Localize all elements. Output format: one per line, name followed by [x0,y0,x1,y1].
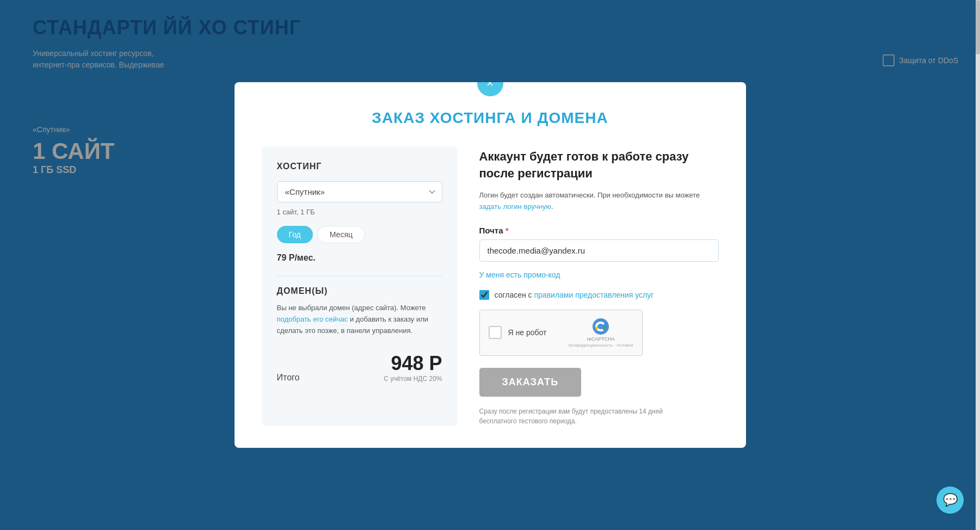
email-field-label: Почта * [479,226,719,235]
promo-code-link[interactable]: У меня есть промо-код [479,270,719,279]
terms-link[interactable]: правилами предоставления услуг [534,291,654,299]
period-year-button[interactable]: Год [277,226,313,243]
divider [277,276,442,276]
domain-text-before: Вы не выбрали домен (адрес сайта). Может… [277,304,426,312]
recaptcha-links: Конфиденциальность · Условия [569,343,633,348]
scrollbar-thumb[interactable] [976,0,980,54]
agree-checkbox-row: согласен с правилами предоставления услу… [479,290,719,300]
required-star: * [506,226,509,235]
modal-left-panel: ХОСТИНГ «Спутник» 1 сайт, 1 ГБ Год Месяц… [262,146,458,426]
domain-text: Вы не выбрали домен (адрес сайта). Может… [277,303,442,336]
hosting-section-title: ХОСТИНГ [277,162,442,171]
total-vat: С учётом НДС 20% [384,375,442,383]
recaptcha-logo-icon [592,318,609,335]
domain-select-link[interactable]: подобрать его сейчас [277,315,348,323]
scrollbar-track[interactable] [976,0,980,530]
email-input[interactable] [479,239,719,262]
agree-text: согласен с правилами предоставления услу… [495,291,654,299]
period-toggle: Год Месяц [277,226,442,243]
price-per-month: 79 Р/мес. [277,253,442,263]
order-button[interactable]: ЗАКАЗАТЬ [479,368,582,397]
chat-button[interactable]: 💬 [936,486,964,514]
recaptcha-left: Я не робот [489,326,547,339]
modal-overlay: × ЗАКАЗ ХОСТИНГА И ДОМЕНА ХОСТИНГ «Спутн… [0,0,980,530]
ready-desc-before: Логин будет создан автоматически. При не… [479,191,700,199]
agree-checkbox[interactable] [479,290,489,300]
modal-close-button[interactable]: × [477,82,503,96]
total-amount: 948 Р С учётом НДС 20% [384,352,442,383]
total-label: Итого [277,373,300,383]
ready-desc-after: . [551,202,553,211]
recaptcha-right: reCAPTCHA Конфиденциальность · Условия [569,318,633,348]
modal-body: ХОСТИНГ «Спутник» 1 сайт, 1 ГБ Год Месяц… [262,146,719,426]
account-ready-desc: Логин будет создан автоматически. При не… [479,190,719,213]
order-modal: × ЗАКАЗ ХОСТИНГА И ДОМЕНА ХОСТИНГ «Спутн… [235,82,746,447]
chat-icon: 💬 [943,493,958,507]
recaptcha-brand: reCAPTCHA [587,336,615,342]
total-row: Итого 948 Р С учётом НДС 20% [277,352,442,383]
total-price: 948 Р [384,352,442,375]
recaptcha-label: Я не робот [508,328,547,337]
svg-point-0 [593,318,609,335]
hosting-plan-select[interactable]: «Спутник» [277,181,442,202]
free-period-note: Сразу после регистрации вам будут предос… [479,406,686,426]
recaptcha-checkbox[interactable] [489,326,502,339]
period-month-button[interactable]: Месяц [317,226,365,243]
account-ready-title: Аккаунт будет готов к работе сразу после… [479,149,719,182]
modal-right-panel: Аккаунт будет готов к работе сразу после… [479,146,719,426]
manual-login-link[interactable]: задать логин вручную [479,202,552,211]
domain-section-title: ДОМЕН(Ы) [277,286,442,296]
close-icon: × [486,82,494,89]
recaptcha-widget[interactable]: Я не робот reCAPTCHA Конфиденциальность … [479,310,643,356]
modal-title: ЗАКАЗ ХОСТИНГА И ДОМЕНА [262,109,719,127]
hosting-specs: 1 сайт, 1 ГБ [277,208,442,216]
